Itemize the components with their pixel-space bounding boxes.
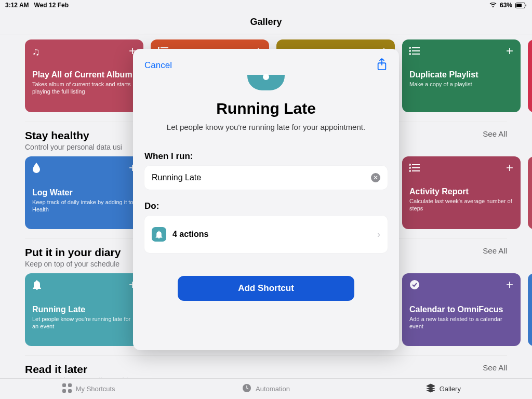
svg-point-21 [410, 280, 419, 289]
stack-icon [426, 383, 435, 394]
wifi-icon [489, 3, 497, 8]
card-title: Duplicate Playlist [409, 70, 513, 79]
card-log-water[interactable]: + Log Water Keep track of daily intake b… [25, 156, 143, 229]
card-sub: Takes album of current track and starts … [32, 81, 136, 96]
tab-my-shortcuts[interactable]: My Shortcuts [0, 379, 177, 399]
modal-subtitle: Let people know you're running late for … [144, 123, 388, 131]
page-header: Gallery [0, 10, 532, 34]
svg-rect-24 [62, 389, 66, 393]
add-shortcut-button[interactable]: Add Shortcut [178, 276, 354, 301]
card-edge[interactable] [528, 39, 532, 112]
card-sub: Make a copy of a playlist [409, 81, 513, 88]
actions-row[interactable]: 4 actions › [144, 216, 388, 253]
see-all-read[interactable]: See All [483, 363, 507, 372]
svg-rect-1 [516, 4, 522, 7]
tab-automation[interactable]: Automation [177, 379, 354, 399]
card-duplicate-playlist[interactable]: + Duplicate Playlist Make a copy of a pl… [402, 39, 521, 112]
tab-bar: My Shortcuts Automation Gallery [0, 378, 532, 399]
plus-icon[interactable]: + [506, 161, 513, 175]
grid-icon [62, 383, 72, 394]
card-activity-report[interactable]: + Activity Report Calculate last week's … [402, 156, 521, 229]
card-running-late[interactable]: + Running Late Let people know you're ru… [25, 273, 143, 346]
card-title: Calendar to OmniFocus [409, 305, 513, 314]
modal-title: Running Late [144, 100, 388, 117]
do-label: Do: [144, 201, 388, 211]
name-input-row[interactable]: ✕ [144, 166, 388, 190]
section-title-healthy: Stay healthy [25, 129, 122, 142]
see-all-healthy[interactable]: See All [483, 129, 507, 138]
list-icon [409, 163, 513, 175]
card-sub: Add a new task related to a calendar eve… [409, 315, 513, 330]
share-button[interactable] [376, 58, 388, 73]
music-icon: ♫ [32, 46, 136, 58]
bell-icon [152, 227, 166, 242]
card-title: Activity Report [409, 187, 513, 196]
tab-gallery[interactable]: Gallery [355, 379, 532, 399]
card-edge[interactable] [528, 273, 532, 346]
shortcut-name-input[interactable] [152, 173, 371, 182]
list-icon [409, 46, 513, 58]
section-title-read: Read it later [25, 363, 136, 376]
drop-icon [32, 163, 136, 176]
cancel-button[interactable]: Cancel [144, 60, 172, 71]
card-title: Play All of Current Album [32, 70, 136, 79]
actions-count: 4 actions [172, 230, 208, 239]
card-play-album[interactable]: + ♫ Play All of Current Album Takes albu… [25, 39, 143, 112]
tab-label: My Shortcuts [76, 385, 115, 393]
see-all-diary[interactable]: See All [483, 246, 507, 255]
section-title-diary: Put it in your diary [25, 246, 121, 259]
status-date: Wed 12 Feb [34, 2, 69, 9]
card-edge[interactable] [528, 156, 532, 229]
svg-point-18 [409, 164, 410, 165]
when-label: When I run: [144, 151, 388, 162]
card-sub: Calculate last week's average number of … [409, 197, 513, 212]
bell-icon [32, 280, 136, 292]
card-title: Running Late [32, 305, 136, 314]
check-circle-icon [409, 280, 513, 292]
svg-rect-2 [526, 4, 527, 6]
svg-point-14 [409, 54, 410, 55]
svg-rect-23 [68, 383, 72, 387]
svg-point-20 [409, 170, 410, 171]
plus-icon[interactable]: + [506, 277, 513, 292]
page-title: Gallery [250, 17, 282, 28]
modal-hero-icon [144, 75, 388, 90]
card-title: Log Water [32, 188, 136, 197]
svg-rect-22 [62, 383, 66, 387]
section-sub-healthy: Control your personal data usi [25, 143, 122, 151]
svg-point-13 [409, 50, 410, 51]
battery-icon [515, 3, 527, 8]
status-time: 3:12 AM [5, 2, 29, 9]
card-sub: Keep track of daily intake by adding it … [32, 198, 136, 214]
section-sub-diary: Keep on top of your schedule [25, 260, 121, 268]
card-sub: Let people know you're running late for … [32, 315, 136, 330]
battery-percent: 63% [500, 2, 512, 9]
chevron-right-icon: › [377, 229, 380, 240]
svg-point-12 [409, 47, 410, 48]
tab-label: Gallery [440, 385, 461, 393]
clock-icon [242, 383, 251, 394]
svg-rect-25 [68, 389, 72, 393]
status-bar: 3:12 AM Wed 12 Feb 63% [0, 0, 532, 10]
tab-label: Automation [256, 385, 290, 393]
svg-point-6 [158, 47, 159, 48]
plus-icon[interactable]: + [506, 44, 513, 58]
card-calendar-omnifocus[interactable]: + Calendar to OmniFocus Add a new task r… [402, 273, 521, 346]
clear-icon[interactable]: ✕ [371, 173, 380, 182]
shortcut-modal: Cancel Running Late Let people know you'… [133, 49, 399, 350]
svg-point-19 [409, 167, 410, 168]
